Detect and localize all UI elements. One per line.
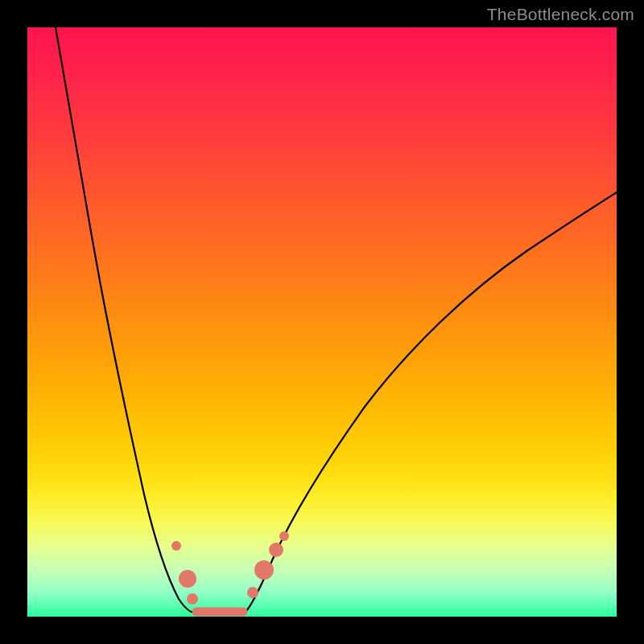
marker-dot: [171, 541, 181, 551]
curve-left-branch: [56, 27, 195, 613]
watermark-text: TheBottleneck.com: [487, 5, 634, 24]
plot-area: [27, 27, 617, 617]
curve-right-branch: [245, 192, 617, 613]
marker-dot: [254, 560, 274, 580]
marker-dot: [187, 593, 198, 605]
marker-dot: [269, 543, 283, 557]
marker-dot: [247, 587, 258, 598]
curve-layer: [27, 27, 617, 617]
outer-frame: TheBottleneck.com: [0, 0, 644, 644]
marker-dot: [279, 531, 289, 541]
marker-dot: [179, 570, 196, 588]
